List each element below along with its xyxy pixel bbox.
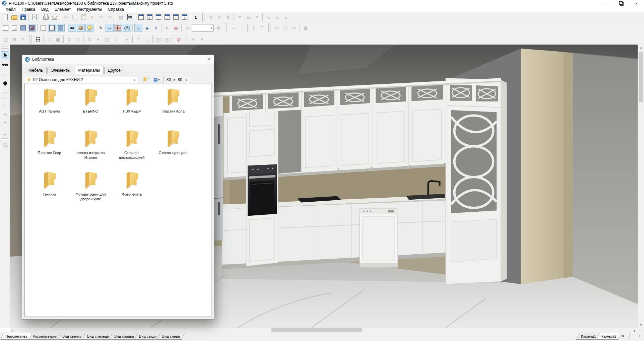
- view-tab-axonometry[interactable]: Аксонометрия: [28, 333, 62, 340]
- category-combobox[interactable]: 02 Основное для КУХНИ 2 ∨: [25, 76, 138, 83]
- arc-concave-button[interactable]: ◠: [134, 35, 142, 43]
- folder-item[interactable]: Стекло с шелкографией: [111, 129, 152, 170]
- measure-tool[interactable]: ↔: [1, 70, 9, 78]
- undo-button[interactable]: ↶: [97, 13, 105, 21]
- copy-button[interactable]: [71, 13, 79, 21]
- toolbar-icon[interactable]: [29, 35, 31, 44]
- view-solid-button[interactable]: [19, 24, 27, 32]
- tab-other[interactable]: Другое: [104, 67, 124, 74]
- text-cursor-button[interactable]: I: [249, 24, 257, 32]
- properties-button[interactable]: ▤: [117, 13, 125, 21]
- zoom-value-combo[interactable]: ∨: [192, 24, 214, 31]
- toolbar-icon[interactable]: [161, 24, 162, 31]
- view-tab-perspective[interactable]: Перспектива: [1, 333, 33, 340]
- dist-1-button[interactable]: ≡: [189, 35, 197, 43]
- toolbar-icon[interactable]: [83, 36, 84, 43]
- folder-up-button[interactable]: ↑: [141, 76, 149, 83]
- folder-item[interactable]: Стекло турецкое: [152, 129, 194, 170]
- arc-convex-button[interactable]: ◡: [143, 35, 151, 43]
- materials-list-button[interactable]: ●: [146, 13, 154, 21]
- print-preview-button[interactable]: [51, 13, 59, 21]
- draw-mode-button[interactable]: ✎: [97, 24, 105, 32]
- toolbar-icon[interactable]: [121, 36, 122, 43]
- dist-2-button[interactable]: ≡: [198, 35, 206, 43]
- toolbar-icon[interactable]: [132, 24, 133, 31]
- folder-item[interactable]: пластик Арпа: [152, 87, 194, 129]
- tool-button[interactable]: [1, 138, 9, 140]
- open-file-button[interactable]: [10, 13, 18, 21]
- toolbar-icon[interactable]: [262, 13, 263, 21]
- view-contour-button[interactable]: [39, 24, 47, 32]
- snap-angle-button[interactable]: ◈: [143, 24, 151, 32]
- scroll-down-button[interactable]: ∨: [638, 322, 644, 328]
- folder-item[interactable]: AGT панели: [29, 87, 70, 129]
- folder-item[interactable]: Пластик Кедр: [29, 129, 70, 170]
- toolbar-icon[interactable]: [115, 13, 116, 21]
- toolbar-icon[interactable]: [43, 36, 44, 43]
- vertical-scroll-thumb[interactable]: [639, 52, 643, 102]
- view-hidden-lines-button[interactable]: [10, 24, 18, 32]
- zoom-out-button[interactable]: ⊖: [183, 24, 191, 32]
- distribute-2-button[interactable]: ⇅: [215, 13, 223, 21]
- toolbar-icon[interactable]: [247, 24, 248, 31]
- shear-3-button[interactable]: ↘: [282, 13, 290, 21]
- toolbar-icon[interactable]: [60, 13, 61, 21]
- center-view-button[interactable]: ◎: [175, 35, 183, 43]
- thumbnail-size-combobox[interactable]: 80 x 80 ∨: [164, 76, 190, 83]
- toolbar-icon[interactable]: [300, 24, 300, 31]
- minimize-button[interactable]: –: [598, 0, 613, 7]
- group-button[interactable]: □: [45, 35, 53, 43]
- view-faces-button[interactable]: [57, 24, 65, 32]
- show-grid-button[interactable]: [114, 24, 122, 32]
- magnet-snap-button[interactable]: ∩: [163, 24, 171, 32]
- save-file-button[interactable]: [19, 13, 27, 21]
- menu-view[interactable]: Вид: [38, 7, 52, 12]
- view-textured-button[interactable]: [28, 24, 36, 32]
- close-button[interactable]: ×: [629, 0, 644, 7]
- toolbar-icon[interactable]: [37, 24, 38, 31]
- panel-center-button[interactable]: ◫: [281, 24, 289, 32]
- sphere-render-button[interactable]: [77, 24, 85, 32]
- menu-help[interactable]: Справка: [105, 7, 127, 12]
- vertical-scrollbar[interactable]: ∧ ∨: [638, 45, 644, 328]
- toolbar-icon[interactable]: [66, 24, 67, 31]
- measure-v-button[interactable]: ↕: [238, 24, 246, 32]
- sum-button[interactable]: Σ: [192, 13, 200, 21]
- rotate-left-button[interactable]: ↺: [65, 35, 73, 43]
- saw-tool[interactable]: [1, 61, 9, 69]
- page-setup-button[interactable]: ✎: [30, 13, 39, 21]
- view-mode-button[interactable]: ▦ ▾: [152, 76, 161, 83]
- tab-materials[interactable]: Материалы: [75, 66, 104, 74]
- distribute-3-button[interactable]: ⇅: [224, 13, 232, 21]
- add-camera-icon[interactable]: +: [638, 333, 641, 339]
- redo-button[interactable]: ↷: [106, 13, 114, 21]
- ungroup-button[interactable]: ▣: [54, 35, 62, 43]
- toolbar-icon[interactable]: [202, 13, 204, 21]
- toolbar-icon[interactable]: [40, 13, 41, 21]
- view-wireframe-button[interactable]: [2, 24, 10, 32]
- align-2-button[interactable]: ≣: [244, 13, 252, 21]
- lighting-button[interactable]: [85, 24, 93, 32]
- folder-item[interactable]: ПВХ КЕДР: [111, 87, 152, 129]
- align-left-tool[interactable]: ⊢: [1, 101, 9, 109]
- cut-button[interactable]: ✂: [62, 13, 70, 21]
- align-3-button[interactable]: ≡: [253, 13, 261, 21]
- shear-2-button[interactable]: ↘: [273, 13, 281, 21]
- move-button[interactable]: +: [94, 35, 102, 43]
- view-tab-top[interactable]: Вид сверху: [58, 333, 86, 340]
- show-helpers-button[interactable]: [123, 24, 131, 32]
- snap-grid-button[interactable]: ◇: [134, 24, 142, 32]
- panel-left-button[interactable]: ▭: [273, 24, 281, 32]
- align-bottom-tool[interactable]: ⊥: [1, 129, 9, 137]
- antialias-button[interactable]: aa: [68, 24, 76, 32]
- text-align-button[interactable]: T: [258, 24, 266, 32]
- distribute-1-button[interactable]: ⇅: [207, 13, 215, 21]
- toolbar-icon[interactable]: [63, 36, 64, 43]
- align-1-button[interactable]: ≡: [236, 13, 244, 21]
- view-tab-left[interactable]: Вид слева: [157, 333, 185, 340]
- toolbar-icon[interactable]: [225, 23, 227, 32]
- folder-item[interactable]: Фотопечать: [111, 170, 152, 212]
- library-close-button[interactable]: ×: [204, 55, 214, 64]
- menu-tools[interactable]: Инструменты: [74, 7, 105, 12]
- rotate-free-button[interactable]: ✎: [19, 35, 27, 43]
